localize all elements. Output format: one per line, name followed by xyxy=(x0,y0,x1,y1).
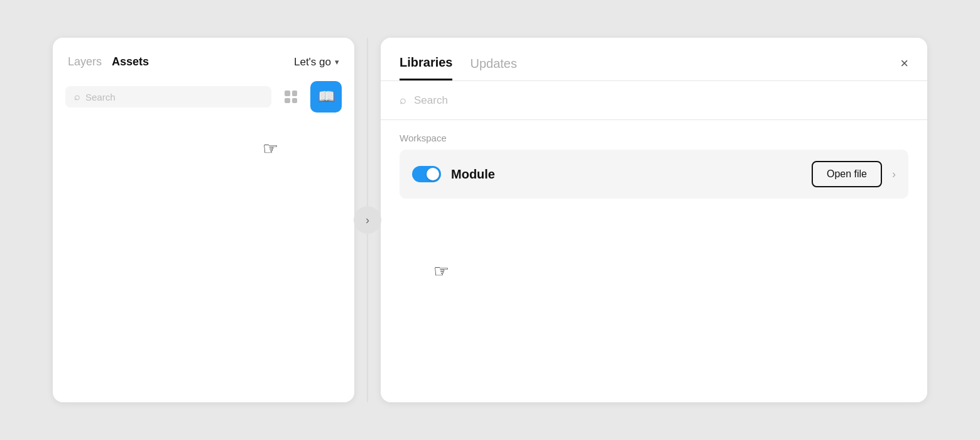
module-expand-icon[interactable]: › xyxy=(892,168,896,181)
grid-view-button[interactable] xyxy=(278,84,304,110)
module-toggle[interactable] xyxy=(412,166,441,182)
left-panel-header: Layers Assets Let's go ▾ xyxy=(53,38,354,81)
open-file-button[interactable]: Open file xyxy=(812,161,882,187)
toggle-thumb xyxy=(427,168,439,180)
workspace-section: Workspace Module Open file › xyxy=(381,120,927,205)
right-panel-header: Libraries Updates × xyxy=(381,38,927,80)
search-placeholder: Search xyxy=(414,94,448,107)
tab-libraries[interactable]: Libraries xyxy=(400,55,452,80)
lets-go-dropdown[interactable]: Let's go ▾ xyxy=(294,56,339,69)
left-panel: Layers Assets Let's go ▾ ⌕ Search 📖 xyxy=(53,38,354,402)
chevron-right-icon: › xyxy=(366,214,369,227)
collapse-panel-button[interactable]: › xyxy=(354,206,381,234)
book-icon: 📖 xyxy=(318,89,335,105)
module-row[interactable]: Module Open file › xyxy=(400,150,908,199)
search-icon: ⌕ xyxy=(400,94,406,107)
libraries-search-bar[interactable]: ⌕ Search xyxy=(381,81,927,119)
main-scene: Layers Assets Let's go ▾ ⌕ Search 📖 xyxy=(0,0,980,440)
tab-updates[interactable]: Updates xyxy=(470,57,517,80)
close-button[interactable]: × xyxy=(900,55,908,80)
right-panel: Libraries Updates × ⌕ Search Workspace M… xyxy=(381,38,927,402)
chevron-down-icon: ▾ xyxy=(335,57,339,67)
assets-search-bar[interactable]: ⌕ Search xyxy=(65,86,271,107)
module-label: Module xyxy=(451,167,802,182)
tab-assets[interactable]: Assets xyxy=(112,55,149,69)
left-panel-toolbar: ⌕ Search 📖 xyxy=(53,81,354,123)
search-icon: ⌕ xyxy=(74,91,80,102)
search-placeholder: Search xyxy=(85,92,116,102)
lets-go-label: Let's go xyxy=(294,56,331,69)
grid-icon xyxy=(285,91,297,103)
libraries-button[interactable]: 📖 xyxy=(310,81,342,113)
workspace-label: Workspace xyxy=(400,133,908,143)
tab-layers[interactable]: Layers xyxy=(68,55,102,69)
